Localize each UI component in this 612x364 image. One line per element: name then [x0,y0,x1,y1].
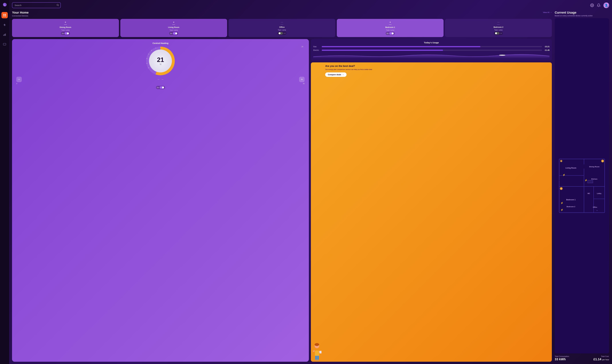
svg-rect-5 [4,34,5,36]
bedroom2-toggle[interactable]: Off [494,32,503,35]
devices-row: ✦ Dining Room Type: Lamp On ✦ Living Roo… [12,19,552,37]
electric-row: Electric: £1.45 [313,49,550,51]
grid-icon [3,13,6,17]
office-toggle-label: Off [283,32,286,34]
svg-rect-3 [5,15,6,16]
svg-point-9 [592,5,593,6]
usage-wave-chart [313,53,550,58]
sidebar [0,0,9,364]
current-usage-subtitle: Based on every connected device currentl… [555,15,609,17]
settings-icon[interactable] [590,3,594,7]
heating-scale-max: 20 [301,46,306,48]
search-icon [56,4,59,7]
promo-title: Are you on the best deal? [325,65,550,67]
thermostat-inner: 21 °C [149,50,172,72]
svg-point-20 [317,359,319,361]
sidebar-item-media[interactable] [1,41,8,48]
usage-card: Today's Usage Gas: £3.21 Electric: [311,39,552,61]
lamp-icon-living: ✦ [173,21,175,24]
office-name: Office [279,26,285,28]
bedroom1-toggle-label: On [387,33,389,34]
living-room-toggle[interactable]: On [169,32,178,35]
temp-decrease-button[interactable]: − [16,77,22,82]
gas-label: Gas: [313,46,321,48]
bedroom2-label: Bedroom 2 [567,206,575,208]
bedroom1-type: Type: Lamp [386,29,394,31]
svg-rect-6 [5,34,6,36]
svg-text:☀: ☀ [561,160,562,162]
bedroom2-name: Bedroom 2 [494,26,503,28]
living-toggle-knob [175,32,177,34]
lamp-icon-dining: ✦ [64,21,66,24]
svg-text:⚡: ⚡ [585,179,587,182]
svg-rect-18 [320,351,321,353]
device-card-dining-room[interactable]: ✦ Dining Room Type: Lamp On [12,19,119,37]
display-icon [3,43,6,46]
lamp-icon-office: — [281,21,283,24]
device-card-bedroom1[interactable]: ✦ Bedroom 1 Type: Lamp On [337,19,444,37]
sidebar-item-analytics[interactable] [1,31,8,38]
header-icons: 👤 [590,2,609,8]
search-container [12,2,61,8]
compare-deals-button[interactable]: Compare deals → [325,72,346,77]
dining-toggle-knob [67,32,69,34]
total-consumption: Total Consumption: 33 kWh [555,355,570,361]
device-card-office[interactable]: — Office Type: Lamp Off [228,19,335,37]
heating-toggle[interactable]: On [156,86,165,89]
bedroom1-toggle-switch[interactable] [389,32,394,35]
view-all-button[interactable]: View All → [543,11,552,13]
avatar[interactable]: 👤 [603,2,609,8]
current-usage-header: Current Usage Based on every connected d… [555,11,609,17]
svg-text:⚡: ⚡ [561,202,563,204]
svg-rect-2 [3,15,4,16]
bedroom2-toggle-switch[interactable] [495,32,500,35]
your-home-subtitle: Connected Devices [12,15,29,17]
content-area: Your Home Connected Devices View All → ✦… [12,11,609,362]
cost-label: Total Cost: [593,355,609,357]
temp-increase-button[interactable]: + [299,77,305,82]
living-toggle-switch[interactable] [173,32,177,35]
your-home-heading: Your Home Connected Devices [12,11,29,17]
sidebar-item-dashboard[interactable] [1,12,8,18]
cost-value: £1.14 per hour [593,357,609,361]
svg-rect-21 [556,156,607,215]
bolt-icon [3,23,6,26]
right-cards: Today's Usage Gas: £3.21 Electric: [311,39,552,362]
heating-card: Central Heating 20 [12,39,309,362]
bell-icon[interactable] [597,3,600,7]
consumption-label: Total Consumption: [555,355,570,357]
dining-room-toggle[interactable]: On [61,32,70,35]
device-card-bedroom2[interactable]: — Bedroom 2 Type: Lamp Off [445,19,552,37]
device-card-living-room[interactable]: ✦ Living Room Type: Lamp On [120,19,227,37]
promo-card: Are you on the best deal? Our energy pla… [311,62,552,362]
dining-toggle-switch[interactable] [64,32,69,35]
svg-text:☀: ☀ [560,188,562,190]
thermostat-ring: 21 °C [146,47,175,75]
svg-text:⚡: ⚡ [563,174,565,176]
dining-toggle-label: On [62,33,64,34]
bedroom1-label: Bedroom 1 [566,199,575,201]
promo-desc: Our energy plan comparison service can h… [325,68,550,71]
lamp-icon-bedroom1: ✦ [389,21,391,24]
svg-point-19 [315,359,317,361]
floor-plan-svg: Living Room Dining Room Kitchen Bedroom … [556,20,607,352]
bedroom2-toggle-knob [495,32,497,34]
search-input[interactable] [12,2,61,8]
avatar-image: 👤 [603,2,609,8]
heating-toggle-switch[interactable] [160,86,164,89]
wc-label: WC [587,193,590,194]
electric-value: £1.45 [543,49,550,51]
heating-title: Central Heating [153,42,168,44]
bedroom2-toggle-label: Off [500,32,502,34]
office-toggle-switch[interactable] [278,32,283,35]
bedroom1-toggle-knob [392,32,393,34]
office-toggle[interactable]: Off [278,32,286,35]
app-logo[interactable] [2,2,7,7]
heating-scale: 0 40 [15,83,306,84]
svg-point-8 [57,4,58,6]
svg-text:⚡: ⚡ [561,208,563,211]
sidebar-item-energy[interactable] [1,22,8,28]
scale-max: 40 [303,83,305,84]
bedroom1-toggle[interactable]: On [386,32,395,35]
thermostat: 21 °C [146,47,175,75]
